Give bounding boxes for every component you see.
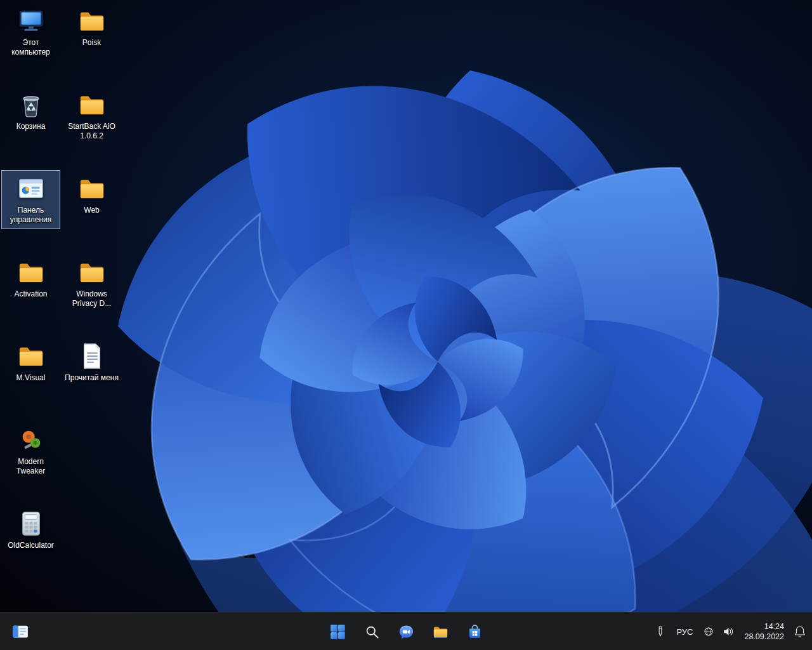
desktop-icon-control-panel[interactable]: Панель управления bbox=[1, 170, 60, 229]
volume-icon[interactable] bbox=[721, 625, 735, 639]
language-indicator[interactable]: РУС bbox=[673, 627, 696, 637]
desktop-icon-label: Прочитай меня bbox=[65, 373, 119, 383]
desktop-icon-image bbox=[16, 90, 46, 119]
clock-date: 28.09.2022 bbox=[744, 632, 784, 642]
desktop-icon-image bbox=[16, 6, 46, 36]
desktop-icon-image bbox=[77, 90, 107, 119]
desktop-icon-readme[interactable]: Прочитай меня bbox=[62, 338, 121, 387]
desktop-icons: Этот компьютер Корзина Панель управления… bbox=[0, 0, 812, 612]
start-button[interactable] bbox=[325, 619, 350, 644]
desktop-icon-image bbox=[77, 342, 107, 371]
desktop-icon-label: Панель управления bbox=[3, 206, 58, 225]
desktop-icon-startback-aio[interactable]: StartBack AiO 1.0.6.2 bbox=[62, 86, 121, 145]
search-button[interactable] bbox=[359, 619, 384, 644]
taskbar-button-icon bbox=[329, 623, 346, 640]
taskbar-center bbox=[325, 613, 487, 650]
desktop-icon-oldcalculator[interactable]: OldCalculator bbox=[1, 505, 60, 555]
desktop-icon-label: StartBack AiO 1.0.6.2 bbox=[64, 122, 119, 141]
desktop-icon-web[interactable]: Web bbox=[62, 170, 121, 220]
desktop-icon-label: Activation bbox=[14, 289, 47, 299]
desktop-icon-this-pc[interactable]: Этот компьютер bbox=[1, 3, 60, 62]
pen-icon[interactable] bbox=[653, 625, 667, 639]
taskbar-button-icon bbox=[466, 623, 483, 640]
taskbar-button-icon bbox=[398, 623, 415, 640]
clock[interactable]: 14:24 28.09.2022 bbox=[741, 621, 787, 642]
desktop-icon-image bbox=[16, 342, 46, 371]
microsoft-store-button[interactable] bbox=[462, 619, 487, 644]
desktop-icon-image bbox=[16, 258, 46, 287]
clock-time: 14:24 bbox=[744, 621, 784, 632]
taskbar-left bbox=[8, 613, 33, 650]
file-explorer-button[interactable] bbox=[428, 619, 453, 644]
desktop-icon-label: M.Visual bbox=[16, 373, 46, 383]
network-icon[interactable] bbox=[702, 625, 716, 639]
desktop-icon-modern-tweaker[interactable]: Modern Tweaker bbox=[1, 421, 60, 481]
desktop-icon-image bbox=[16, 509, 46, 538]
desktop-icon-label: Windows Privacy D... bbox=[64, 289, 119, 308]
startallback-button[interactable] bbox=[8, 619, 33, 644]
desktop-icon-image bbox=[16, 425, 46, 454]
desktop-icon-label: Poisk bbox=[82, 38, 101, 48]
desktop: Этот компьютер Корзина Панель управления… bbox=[0, 0, 812, 650]
desktop-icon-activation[interactable]: Activation bbox=[1, 254, 60, 303]
desktop-icon-image bbox=[77, 174, 107, 203]
notifications-icon[interactable] bbox=[793, 625, 807, 639]
desktop-icon-label: Корзина bbox=[16, 122, 46, 131]
chat-button[interactable] bbox=[393, 619, 419, 644]
desktop-icon-image bbox=[16, 174, 46, 203]
desktop-icon-image bbox=[77, 6, 107, 36]
desktop-icon-label: Modern Tweaker bbox=[3, 457, 58, 476]
startallback-icon bbox=[11, 622, 30, 641]
desktop-icon-m-visual[interactable]: M.Visual bbox=[1, 338, 60, 387]
taskbar: РУС 14:24 28.09.2022 bbox=[0, 612, 812, 650]
desktop-icon-label: OldCalculator bbox=[8, 541, 54, 550]
desktop-icon-label: Этот компьютер bbox=[3, 38, 58, 57]
taskbar-button-icon bbox=[363, 623, 381, 640]
desktop-icon-poisk[interactable]: Poisk bbox=[62, 3, 121, 52]
desktop-icon-label: Web bbox=[84, 206, 99, 215]
desktop-icon-windows-privacy[interactable]: Windows Privacy D... bbox=[62, 254, 121, 313]
system-tray: РУС 14:24 28.09.2022 bbox=[653, 613, 807, 650]
taskbar-button-icon bbox=[432, 623, 449, 640]
desktop-icon-recycle-bin[interactable]: Корзина bbox=[1, 86, 60, 136]
desktop-icon-image bbox=[77, 258, 107, 287]
